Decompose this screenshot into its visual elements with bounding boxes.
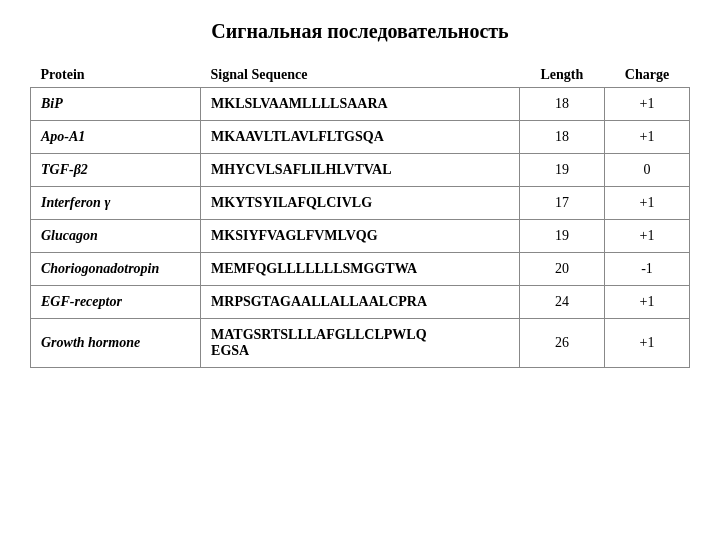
cell-length: 18 xyxy=(519,88,604,121)
table-row: ChoriogonadotropinMEMFQGLLLLLLLSMGGTWA20… xyxy=(31,253,690,286)
table-header-row: Protein Signal Sequence Length Charge xyxy=(31,61,690,88)
cell-charge: +1 xyxy=(604,286,689,319)
table-row: BiPMKLSLVAAMLLLLSAARA18+1 xyxy=(31,88,690,121)
cell-protein: Choriogonadotropin xyxy=(31,253,201,286)
cell-charge: -1 xyxy=(604,253,689,286)
cell-protein: Growth hormone xyxy=(31,319,201,368)
cell-length: 20 xyxy=(519,253,604,286)
cell-charge: +1 xyxy=(604,220,689,253)
cell-protein: EGF-receptor xyxy=(31,286,201,319)
cell-protein: Apo-A1 xyxy=(31,121,201,154)
cell-length: 18 xyxy=(519,121,604,154)
col-header-charge: Charge xyxy=(604,61,689,88)
table-row: Interferon γMKYTSYILAFQLCIVLG17+1 xyxy=(31,187,690,220)
cell-sequence: MEMFQGLLLLLLLSMGGTWA xyxy=(201,253,520,286)
cell-charge: +1 xyxy=(604,319,689,368)
cell-sequence: MHYCVLSAFLILHLVTVAL xyxy=(201,154,520,187)
cell-sequence: MKLSLVAAMLLLLSAARA xyxy=(201,88,520,121)
cell-protein: TGF-β2 xyxy=(31,154,201,187)
cell-length: 19 xyxy=(519,220,604,253)
cell-sequence: MATGSRTSLLLAFGLLCLPWLQEGSA xyxy=(201,319,520,368)
signal-sequence-table: Protein Signal Sequence Length Charge Bi… xyxy=(30,61,690,368)
table-row: TGF-β2MHYCVLSAFLILHLVTVAL190 xyxy=(31,154,690,187)
col-header-length: Length xyxy=(519,61,604,88)
cell-length: 17 xyxy=(519,187,604,220)
table-row: Growth hormoneMATGSRTSLLLAFGLLCLPWLQEGSA… xyxy=(31,319,690,368)
cell-sequence: MKYTSYILAFQLCIVLG xyxy=(201,187,520,220)
cell-charge: +1 xyxy=(604,187,689,220)
table-row: EGF-receptorMRPSGTAGAALLALLAALCPRA24+1 xyxy=(31,286,690,319)
cell-protein: Glucagon xyxy=(31,220,201,253)
cell-charge: +1 xyxy=(604,88,689,121)
cell-sequence: MKAAVLTLAVLFLTGSQA xyxy=(201,121,520,154)
col-header-sequence: Signal Sequence xyxy=(201,61,520,88)
cell-sequence: MKSIYFVAGLFVMLVQG xyxy=(201,220,520,253)
cell-length: 26 xyxy=(519,319,604,368)
cell-protein: BiP xyxy=(31,88,201,121)
table-body: BiPMKLSLVAAMLLLLSAARA18+1Apo-A1MKAAVLTLA… xyxy=(31,88,690,368)
cell-charge: 0 xyxy=(604,154,689,187)
page-title: Сигнальная последовательность xyxy=(30,20,690,43)
table-row: GlucagonMKSIYFVAGLFVMLVQG19+1 xyxy=(31,220,690,253)
cell-length: 24 xyxy=(519,286,604,319)
cell-sequence: MRPSGTAGAALLALLAALCPRA xyxy=(201,286,520,319)
cell-charge: +1 xyxy=(604,121,689,154)
cell-protein: Interferon γ xyxy=(31,187,201,220)
cell-length: 19 xyxy=(519,154,604,187)
col-header-protein: Protein xyxy=(31,61,201,88)
table-row: Apo-A1MKAAVLTLAVLFLTGSQA18+1 xyxy=(31,121,690,154)
